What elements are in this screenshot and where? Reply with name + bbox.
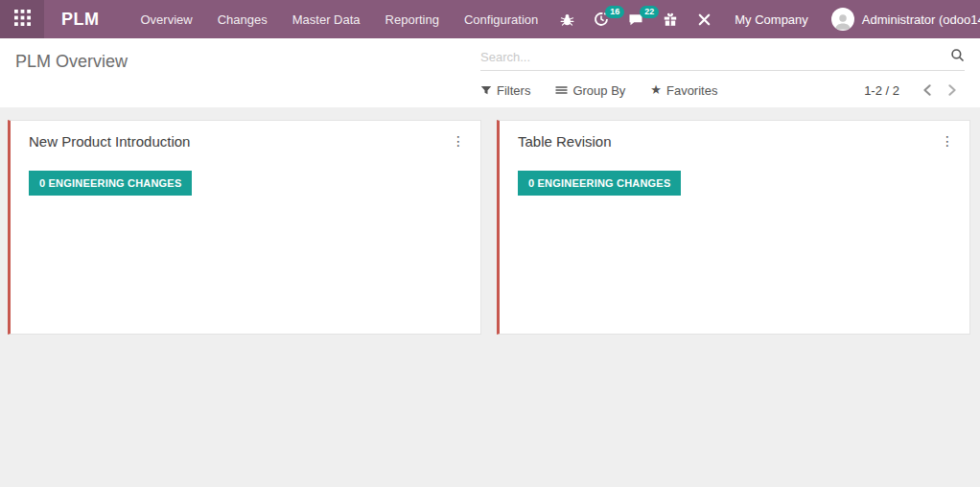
avatar (831, 8, 854, 31)
kanban-card-table-revision: Table Revision ⋮ 0 Engineering Changes (497, 120, 970, 335)
card-title: New Product Introduction (29, 133, 467, 150)
favorites-star-icon: ★ (650, 84, 662, 96)
activities-button[interactable]: 16 (584, 0, 618, 38)
filters-button[interactable]: Filters (480, 83, 530, 98)
top-navbar: PLM Overview Changes Master Data Reporti… (0, 0, 980, 38)
company-switcher[interactable]: My Company (721, 12, 822, 27)
pager-previous-button[interactable] (915, 82, 940, 98)
menu-item-configuration[interactable]: Configuration (452, 0, 550, 38)
filter-funnel-icon (480, 84, 492, 96)
group-by-button[interactable]: Group By (555, 83, 625, 98)
app-title[interactable]: PLM (61, 10, 100, 30)
control-panel: PLM Overview Filters (0, 38, 980, 107)
favorites-button[interactable]: ★ Favorites (650, 83, 717, 98)
engineering-changes-button[interactable]: 0 Engineering Changes (518, 171, 681, 196)
messages-button[interactable]: 22 (618, 0, 653, 38)
menu-item-changes[interactable]: Changes (205, 0, 280, 38)
main-menu: Overview Changes Master Data Reporting C… (128, 0, 551, 38)
group-by-bars-icon (555, 84, 568, 96)
engineering-changes-button[interactable]: 0 Engineering Changes (29, 171, 192, 196)
menu-item-reporting[interactable]: Reporting (373, 0, 452, 38)
filters-label: Filters (497, 83, 530, 98)
apps-menu-button[interactable] (0, 0, 44, 38)
search-box (480, 48, 965, 71)
gift-button[interactable] (653, 0, 688, 38)
favorites-label: Favorites (666, 83, 717, 98)
apps-grid-icon (14, 10, 31, 30)
systray: 16 22 (550, 0, 980, 38)
user-menu-button[interactable]: Administrator (odoo14_e) (822, 0, 980, 38)
pager-range: 1-2 / 2 (864, 83, 899, 98)
kanban-view: New Product Introduction ⋮ 0 Engineering… (0, 107, 980, 484)
group-by-label: Group By (572, 83, 625, 98)
crossed-tools-icon (697, 12, 712, 27)
user-name: Administrator (odoo14_e) (862, 12, 980, 27)
kanban-card-new-product-introduction: New Product Introduction ⋮ 0 Engineering… (8, 120, 481, 335)
card-title: Table Revision (518, 133, 956, 150)
card-kebab-menu-icon[interactable]: ⋮ (937, 132, 958, 150)
search-input[interactable] (480, 50, 950, 64)
bug-icon (560, 12, 574, 27)
gift-icon (663, 12, 678, 27)
menu-item-overview[interactable]: Overview (128, 0, 205, 38)
breadcrumb: PLM Overview (15, 52, 480, 72)
debug-bug-button[interactable] (550, 0, 584, 38)
search-icon[interactable] (950, 48, 965, 66)
pager: 1-2 / 2 (864, 82, 965, 98)
pager-next-button[interactable] (940, 82, 965, 98)
menu-item-master-data[interactable]: Master Data (280, 0, 373, 38)
card-kebab-menu-icon[interactable]: ⋮ (448, 132, 469, 150)
tools-button[interactable] (688, 0, 721, 38)
